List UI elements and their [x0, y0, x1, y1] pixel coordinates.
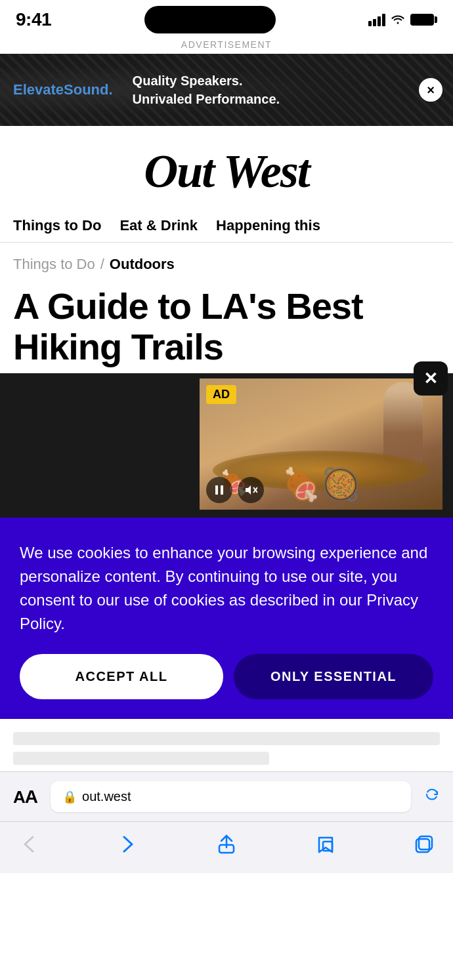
share-button[interactable] — [211, 828, 242, 860]
breadcrumb: Things to Do / Outdoors — [0, 243, 453, 273]
video-ad-badge: AD — [206, 385, 236, 404]
video-pause-button[interactable] — [206, 477, 232, 503]
content-line-1 — [13, 732, 440, 745]
ad-logo-accent: Elevate — [13, 81, 64, 98]
aa-large: A — [25, 786, 37, 807]
ad-banner: ElevateSound. Quality Speakers. Unrivale… — [0, 54, 453, 126]
accept-all-button[interactable]: ACCEPT ALL — [20, 654, 223, 699]
breadcrumb-parent[interactable]: Things to Do — [13, 256, 95, 273]
breadcrumb-separator: / — [100, 256, 104, 273]
url-display: out.west — [82, 789, 131, 804]
reload-button[interactable] — [424, 787, 440, 807]
wifi-icon — [391, 12, 405, 28]
video-ad-container: ✕ AD 🍖 — [0, 373, 453, 518]
breadcrumb-current: Outdoors — [110, 256, 175, 273]
nav-happening-this[interactable]: Happening this — [216, 217, 320, 234]
ad-tagline: Quality Speakers. Unrivaled Performance. — [133, 71, 280, 108]
article-title: A Guide to LA's Best Hiking Trails — [0, 273, 453, 367]
content-peek — [0, 719, 453, 771]
only-essential-button[interactable]: ONLY ESSENTIAL — [234, 654, 433, 699]
cookie-text: We use cookies to enhance your browsing … — [20, 541, 433, 636]
cookie-banner: We use cookies to enhance your browsing … — [0, 518, 453, 719]
font-size-button[interactable]: AA — [13, 786, 37, 807]
status-icons — [368, 12, 437, 28]
lock-icon: 🔒 — [62, 790, 77, 804]
video-controls — [206, 477, 264, 503]
site-nav: Things to Do Eat & Drink Happening this — [0, 209, 453, 243]
browser-url-bar-container: AA 🔒 out.west — [0, 771, 453, 821]
signal-icon — [368, 13, 385, 26]
ad-close-button[interactable]: × — [419, 78, 442, 102]
aa-small: A — [13, 787, 25, 807]
nav-eat-drink[interactable]: Eat & Drink — [119, 217, 198, 234]
content-line-2 — [13, 752, 269, 765]
forward-button[interactable] — [112, 828, 144, 860]
browser-toolbar — [0, 821, 453, 873]
ad-logo: ElevateSound. — [13, 81, 113, 98]
ad-label: ADVERTISEMENT — [0, 35, 453, 54]
svg-rect-0 — [215, 485, 218, 495]
video-ad-wrapper: AD 🍖 — [200, 378, 442, 510]
bookmarks-button[interactable] — [310, 828, 341, 860]
url-bar[interactable]: 🔒 out.west — [51, 781, 411, 812]
nav-things-to-do[interactable]: Things to Do — [13, 217, 101, 234]
tabs-button[interactable] — [408, 828, 440, 860]
ad-logo-text: Sound. — [64, 81, 113, 98]
ad-banner-content: ElevateSound. Quality Speakers. Unrivale… — [13, 71, 280, 108]
video-ad-close-button[interactable]: ✕ — [414, 361, 448, 396]
battery-icon — [410, 14, 437, 26]
video-mute-button[interactable] — [238, 477, 264, 503]
status-bar: 9:41 — [0, 0, 453, 35]
cookie-buttons: ACCEPT ALL ONLY ESSENTIAL — [20, 654, 433, 699]
status-time: 9:41 — [16, 9, 51, 30]
back-button[interactable] — [13, 828, 45, 860]
dynamic-island — [144, 6, 276, 33]
site-title: Out West — [13, 144, 440, 199]
svg-rect-1 — [221, 485, 223, 495]
site-header: Out West — [0, 126, 453, 209]
svg-marker-2 — [246, 485, 251, 495]
